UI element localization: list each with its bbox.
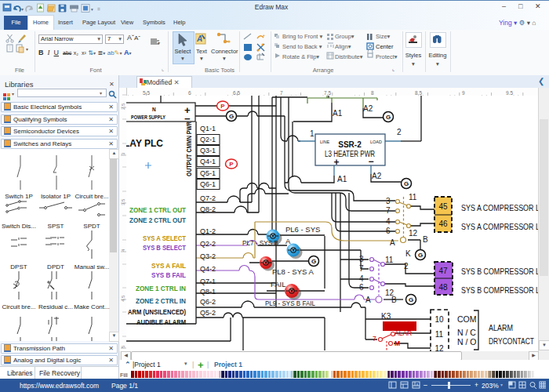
- svg-text:4: 4: [359, 274, 364, 283]
- svg-text:47: 47: [438, 267, 448, 275]
- svg-text:46: 46: [438, 220, 448, 228]
- svg-text:▾: ▾: [158, 41, 160, 45]
- svg-text:SYS A COMPRESSOR L: SYS A COMPRESSOR L: [461, 222, 538, 231]
- svg-text:Q2-2: Q2-2: [200, 240, 216, 248]
- svg-text:B: B: [423, 235, 428, 244]
- svg-text:Q6-2: Q6-2: [200, 298, 216, 306]
- svg-text:7: 7: [373, 335, 376, 343]
- svg-text:SYS B SELECT: SYS B SELECT: [143, 244, 186, 252]
- svg-text:ZONE 2 CTRL OUT: ZONE 2 CTRL OUT: [129, 216, 186, 224]
- svg-text:AUDIBLE ALARM: AUDIBLE ALARM: [136, 318, 186, 326]
- svg-text:2: 2: [397, 128, 402, 136]
- svg-text:−: −: [368, 156, 373, 167]
- svg-text:LOAD: LOAD: [370, 140, 382, 144]
- svg-text:SYS B COMPRESSOR L: SYS B COMPRESSOR L: [461, 267, 538, 276]
- svg-text:Q8-2: Q8-2: [200, 205, 216, 213]
- svg-text:▾: ▾: [91, 7, 93, 12]
- svg-text:Q1-2: Q1-2: [200, 227, 216, 235]
- svg-text:2.5: 2.5: [121, 103, 125, 110]
- svg-text:ALARM: ALARM: [489, 323, 513, 332]
- svg-text:PL8 - SYS A: PL8 - SYS A: [272, 267, 314, 276]
- svg-text:N / O: N / O: [457, 337, 477, 347]
- svg-text:Q8-1: Q8-1: [200, 288, 216, 296]
- svg-text:▾: ▾: [21, 7, 24, 12]
- svg-text:3.5: 3.5: [121, 198, 125, 205]
- svg-text:10: 10: [434, 315, 444, 324]
- svg-text:ALAR: ALAR: [394, 329, 412, 337]
- svg-text:PL6 - SYS: PL6 - SYS: [285, 225, 320, 234]
- svg-text:OUTPUT CMMN PWR: OUTPUT CMMN PWR: [185, 122, 193, 176]
- svg-text:Q7-1: Q7-1: [200, 278, 216, 285]
- svg-text:Q4-2: Q4-2: [200, 265, 216, 273]
- svg-text:ZONE 1 CTRL IN: ZONE 1 CTRL IN: [136, 285, 186, 292]
- svg-text:N / C: N / C: [457, 328, 476, 337]
- svg-text:A: A: [365, 296, 371, 304]
- svg-text:LINE: LINE: [320, 140, 330, 144]
- svg-text:Q2-1: Q2-1: [200, 136, 216, 143]
- svg-text:B: B: [391, 296, 397, 304]
- svg-text:SYS A SELECT: SYS A SELECT: [143, 234, 186, 242]
- svg-text:M: M: [394, 339, 400, 347]
- svg-text:P: P: [229, 161, 234, 168]
- svg-text:+: +: [333, 157, 339, 168]
- svg-text:G: G: [311, 258, 316, 265]
- svg-text:K3: K3: [381, 312, 391, 321]
- svg-text:ZONE 1 CTRL OUT: ZONE 1 CTRL OUT: [129, 206, 186, 214]
- svg-text:45: 45: [438, 202, 448, 211]
- svg-text:12: 12: [409, 229, 418, 238]
- svg-text:3: 3: [121, 152, 125, 155]
- svg-text:Q4-1: Q4-1: [200, 158, 216, 165]
- svg-text:2: 2: [404, 262, 409, 270]
- svg-text:3: 3: [386, 197, 391, 205]
- svg-text:4: 4: [121, 249, 125, 252]
- svg-text:G: G: [404, 180, 409, 187]
- svg-text:A: A: [390, 238, 395, 247]
- svg-text:G: G: [386, 114, 391, 121]
- svg-text:11: 11: [435, 330, 444, 339]
- svg-text:COM: COM: [457, 314, 477, 324]
- svg-text:SYS B FAIL: SYS B FAIL: [151, 271, 186, 279]
- svg-text:SYS A FAIL: SYS A FAIL: [151, 262, 186, 270]
- svg-text:6: 6: [386, 227, 391, 235]
- svg-text:FAIL: FAIL: [271, 280, 286, 289]
- svg-text:PL7 - SYS B: PL7 - SYS B: [242, 238, 278, 247]
- svg-text:=: =: [97, 6, 100, 12]
- svg-text:48: 48: [438, 283, 448, 292]
- svg-text:11: 11: [409, 193, 417, 201]
- svg-text:A2: A2: [372, 172, 382, 180]
- svg-text:A: A: [196, 34, 202, 43]
- svg-text:Q6-1: Q6-1: [200, 180, 216, 188]
- svg-text:SSR-2: SSR-2: [338, 140, 362, 149]
- svg-text:5: 5: [121, 345, 125, 348]
- svg-text:Q3-2: Q3-2: [200, 252, 216, 260]
- svg-text:12: 12: [434, 344, 444, 351]
- svg-text:P: P: [220, 103, 225, 110]
- svg-text:A1: A1: [337, 175, 347, 183]
- svg-text:Q3-1: Q3-1: [200, 147, 216, 154]
- svg-text:Q7-2: Q7-2: [200, 194, 216, 202]
- svg-text:Q5-2: Q5-2: [200, 309, 216, 317]
- svg-text:SYS B COMPRESSOR L: SYS B COMPRESSOR L: [461, 285, 538, 295]
- svg-text:L3 HEATER PWR: L3 HEATER PWR: [325, 150, 375, 158]
- svg-text:Q5-1: Q5-1: [200, 169, 216, 177]
- svg-text:Q1-1: Q1-1: [200, 125, 216, 132]
- svg-text:ARM (UNSILENCED): ARM (UNSILENCED): [128, 308, 186, 316]
- svg-text:4: 4: [386, 217, 391, 226]
- svg-text:7: 7: [386, 206, 391, 215]
- svg-text:1: 1: [310, 129, 314, 138]
- svg-text:G: G: [229, 113, 234, 120]
- svg-text:11: 11: [385, 256, 394, 264]
- svg-text:PL9 - SYS B FAIL: PL9 - SYS B FAIL: [265, 299, 315, 307]
- svg-text:7: 7: [359, 264, 364, 273]
- svg-text:A: A: [285, 237, 291, 245]
- svg-text:N: N: [152, 107, 156, 112]
- svg-text:4.5: 4.5: [121, 295, 125, 302]
- svg-text:G: G: [409, 296, 413, 303]
- svg-text:ZONE 2 CTRL IN: ZONE 2 CTRL IN: [136, 297, 186, 305]
- svg-text:A2: A2: [363, 104, 373, 113]
- svg-text:SYS A COMPRESSOR L: SYS A COMPRESSOR L: [461, 203, 538, 212]
- svg-text:LAY PLC: LAY PLC: [126, 138, 163, 149]
- svg-text:G: G: [418, 252, 423, 259]
- svg-text:K: K: [405, 249, 411, 258]
- svg-text:6: 6: [359, 283, 364, 292]
